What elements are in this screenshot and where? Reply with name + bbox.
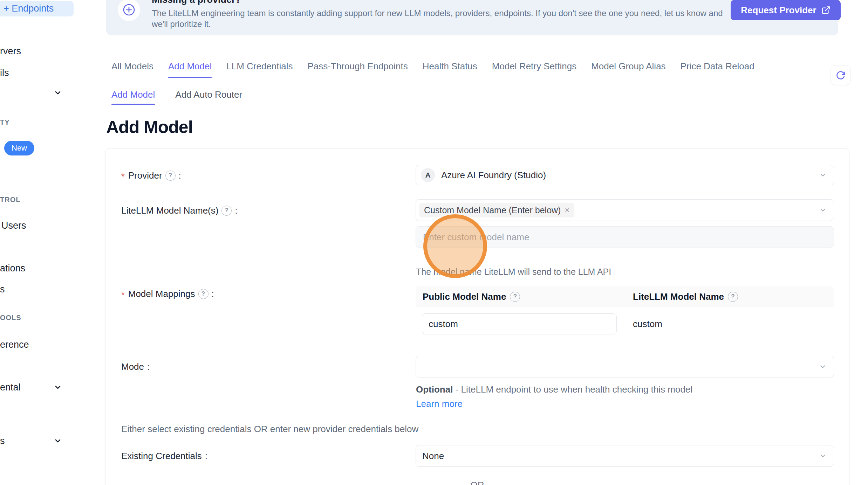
request-provider-label: Request Provider: [741, 5, 816, 16]
new-badge: New: [4, 141, 34, 155]
mode-select[interactable]: [416, 356, 834, 377]
subtab-add-auto-router[interactable]: Add Auto Router: [175, 84, 242, 105]
model-mappings-label: Model Mappings: [128, 289, 195, 299]
close-icon[interactable]: ×: [565, 205, 569, 215]
selected-model-tag: Custom Model Name (Enter below) ×: [419, 203, 574, 217]
label-colon: :: [212, 289, 214, 299]
help-icon[interactable]: ?: [510, 292, 520, 302]
model-names-select[interactable]: Custom Model Name (Enter below) ×: [416, 199, 834, 221]
tab-model-retry-settings[interactable]: Model Retry Settings: [492, 55, 576, 78]
provider-avatar: A: [421, 168, 435, 182]
mode-label-row: Mode :: [121, 361, 150, 373]
chevron-down-icon: [819, 363, 827, 370]
sidebar-item-servers[interactable]: rvers: [0, 45, 21, 57]
banner-description: The LiteLLM engineering team is constant…: [152, 8, 732, 29]
model-mappings-table: Public Model Name ? LiteLLM Model Name ?…: [416, 286, 834, 341]
model-mappings-label-row: * Model Mappings ? :: [121, 288, 214, 300]
tab-health-status[interactable]: Health Status: [423, 55, 477, 78]
public-model-name-input[interactable]: [422, 313, 617, 334]
chevron-down-icon[interactable]: [54, 437, 62, 445]
sidebar-item-organizations[interactable]: ations: [0, 262, 25, 274]
label-colon: :: [179, 170, 181, 181]
tab-model-group-alias[interactable]: Model Group Alias: [591, 55, 665, 78]
selected-model-tag-label: Custom Model Name (Enter below): [424, 205, 561, 215]
missing-provider-banner: Missing a provider? The LiteLLM engineer…: [106, 0, 838, 35]
sidebar-section-security: TY: [0, 118, 10, 127]
provider-value: Azure AI Foundry (Studio): [441, 170, 546, 181]
add-model-form-card: * Provider ? : A Azure AI Foundry (Studi…: [105, 148, 849, 485]
mode-helper-optional: Optional: [416, 384, 453, 395]
chevron-down-icon: [54, 89, 62, 97]
tab-llm-credentials[interactable]: LLM Credentials: [226, 55, 293, 78]
tab-all-models[interactable]: All Models: [111, 55, 153, 78]
sidebar-section-access-control: TROL: [0, 195, 20, 204]
tab-pass-through-endpoints[interactable]: Pass-Through Endpoints: [308, 55, 408, 78]
existing-credentials-label-row: Existing Credentials :: [121, 450, 207, 462]
chevron-down-icon: [819, 452, 827, 460]
learn-more-link[interactable]: Learn more: [416, 399, 463, 409]
chevron-down-icon: [819, 206, 827, 214]
public-model-name-header: Public Model Name ?: [416, 291, 633, 302]
litellm-model-name-header: LiteLLM Model Name ?: [633, 291, 738, 302]
tab-price-data-reload[interactable]: Price Data Reload: [681, 55, 754, 78]
existing-credentials-label: Existing Credentials: [121, 451, 202, 462]
main-tabs: All Models Add Model LLM Credentials Pas…: [106, 55, 850, 78]
provider-label: Provider: [128, 170, 162, 181]
chevron-down-icon[interactable]: [54, 383, 62, 392]
request-provider-button[interactable]: Request Provider: [731, 0, 841, 20]
model-mappings-header: Public Model Name ? LiteLLM Model Name ?: [416, 286, 834, 307]
chevron-down-icon: [819, 171, 827, 179]
plus-circle-icon: [118, 0, 140, 21]
sidebar-item-users[interactable]: Users: [1, 220, 26, 231]
sub-tabs: Add Model Add Auto Router: [106, 84, 868, 105]
sidebar-item-settings[interactable]: s: [0, 435, 5, 447]
model-name-helper-text: The model name LiteLLM will send to the …: [416, 267, 611, 277]
sidebar-item-experimental[interactable]: ental: [0, 381, 21, 393]
existing-credentials-select[interactable]: None: [416, 445, 834, 467]
refresh-icon: [836, 70, 846, 80]
label-colon: :: [235, 205, 237, 216]
credentials-note: Either select existing credentials OR en…: [121, 424, 418, 435]
public-model-name-header-label: Public Model Name: [423, 291, 506, 302]
mode-helper-body: - LiteLLM endpoint to use when health ch…: [453, 384, 692, 395]
label-colon: :: [147, 361, 150, 372]
sidebar-section-tools: OOLS: [0, 313, 21, 322]
label-colon: :: [205, 451, 207, 462]
subtab-add-model[interactable]: Add Model: [111, 84, 155, 105]
litellm-model-name-value: custom: [633, 319, 662, 330]
sidebar-item-reference[interactable]: erence: [0, 339, 29, 351]
model-names-label-row: LiteLLM Model Name(s) ? :: [121, 205, 238, 216]
or-divider: OR: [105, 480, 849, 485]
custom-model-name-input[interactable]: [416, 226, 834, 248]
help-icon[interactable]: ?: [165, 171, 176, 181]
sidebar-item-details[interactable]: ils: [0, 67, 9, 79]
banner-title: Missing a provider?: [152, 0, 241, 5]
provider-select[interactable]: A Azure AI Foundry (Studio): [416, 165, 834, 185]
refresh-button[interactable]: [831, 65, 850, 85]
existing-credentials-value: None: [422, 451, 444, 462]
tab-add-model[interactable]: Add Model: [168, 55, 212, 78]
help-icon[interactable]: ?: [221, 206, 232, 216]
help-icon[interactable]: ?: [198, 289, 209, 299]
required-mark: *: [121, 290, 125, 300]
mode-label: Mode: [121, 361, 144, 372]
external-link-icon: [821, 6, 831, 15]
mode-helper-text: Optional - LiteLLM endpoint to use when …: [416, 382, 704, 411]
sidebar: + Endpoints rvers ils TY New TROL Users …: [0, 0, 106, 485]
sidebar-item-endpoints-label: + Endpoints: [4, 3, 54, 14]
help-icon[interactable]: ?: [728, 292, 738, 302]
sidebar-item-teams[interactable]: s: [0, 283, 5, 295]
model-mapping-row: custom: [416, 307, 834, 341]
sidebar-item-collapsed-group[interactable]: [54, 87, 62, 99]
required-mark: *: [121, 172, 125, 182]
provider-label-row: * Provider ? :: [121, 169, 181, 181]
litellm-model-name-header-label: LiteLLM Model Name: [633, 291, 724, 302]
model-names-label: LiteLLM Model Name(s): [121, 205, 218, 216]
page-title: Add Model: [106, 117, 193, 137]
sidebar-item-endpoints[interactable]: + Endpoints: [0, 1, 74, 16]
